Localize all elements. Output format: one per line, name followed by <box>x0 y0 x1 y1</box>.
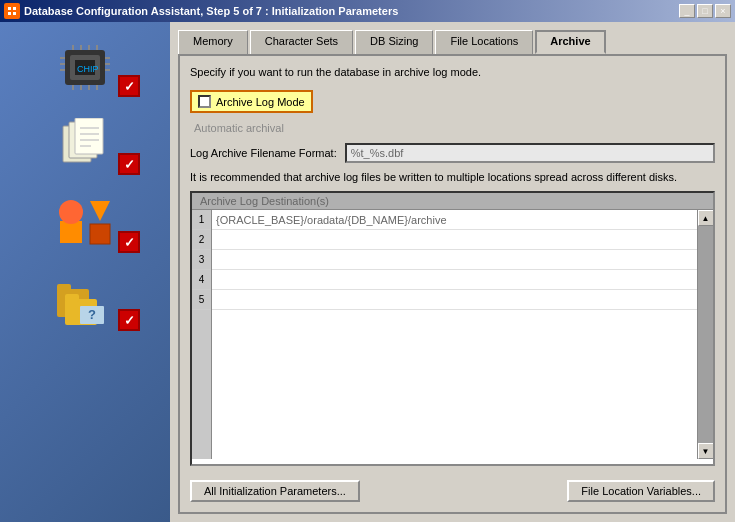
table-row-2[interactable] <box>212 230 697 250</box>
check-badge-4: ✓ <box>118 309 140 331</box>
window-title: Database Configuration Assistant, Step 5… <box>24 5 679 17</box>
bottom-row: All Initialization Parameters... File Lo… <box>190 480 715 502</box>
archive-panel: Specify if you want to run the database … <box>178 54 727 514</box>
format-row: Log Archive Filename Format: <box>190 143 715 163</box>
svg-rect-25 <box>75 118 103 154</box>
row-num-1: 1 <box>192 210 211 230</box>
scroll-down-button[interactable]: ▼ <box>698 443 714 459</box>
svg-point-32 <box>59 200 83 224</box>
app-icon <box>4 3 20 19</box>
archive-destination-table: Archive Log Destination(s) 1 2 3 4 5 {OR… <box>190 191 715 466</box>
sidebar-item-1: CHIP ✓ <box>20 32 150 102</box>
check-badge-1: ✓ <box>118 75 140 97</box>
all-init-params-button[interactable]: All Initialization Parameters... <box>190 480 360 502</box>
scroll-track[interactable] <box>698 226 713 443</box>
automatic-archival-label: Automatic archival <box>194 122 284 134</box>
format-input[interactable] <box>345 143 715 163</box>
check-badge-2: ✓ <box>118 153 140 175</box>
archive-log-mode-checkbox[interactable] <box>198 95 211 108</box>
svg-rect-37 <box>65 294 79 302</box>
check-badge-3: ✓ <box>118 231 140 253</box>
file-location-vars-button[interactable]: File Location Variables... <box>567 480 715 502</box>
tabs-container: Memory Character Sets DB Sizing File Loc… <box>178 30 727 54</box>
svg-rect-3 <box>8 12 11 15</box>
tab-db-sizing[interactable]: DB Sizing <box>355 30 433 54</box>
sidebar-item-3: ✓ <box>20 188 150 258</box>
svg-rect-4 <box>13 12 16 15</box>
maximize-button[interactable]: □ <box>697 4 713 18</box>
sidebar-item-2: ✓ <box>20 110 150 180</box>
table-scrollbar[interactable]: ▲ ▼ <box>697 210 713 459</box>
table-header: Archive Log Destination(s) <box>192 193 713 210</box>
row-numbers: 1 2 3 4 5 <box>192 210 212 459</box>
row-num-2: 2 <box>192 230 211 250</box>
archive-mode-label: Archive Log Mode <box>216 96 305 108</box>
svg-rect-2 <box>13 7 16 10</box>
table-row-5[interactable] <box>212 290 697 310</box>
tab-file-locations[interactable]: File Locations <box>435 30 533 54</box>
table-row-1[interactable]: {ORACLE_BASE}/oradata/{DB_NAME}/archive <box>212 210 697 230</box>
row-num-5: 5 <box>192 290 211 310</box>
automatic-archival-row: Automatic archival <box>190 121 715 135</box>
row-num-3: 3 <box>192 250 211 270</box>
title-bar: Database Configuration Assistant, Step 5… <box>0 0 735 22</box>
window-controls[interactable]: _ □ × <box>679 4 731 18</box>
close-button[interactable]: × <box>715 4 731 18</box>
content-area: Memory Character Sets DB Sizing File Loc… <box>170 22 735 522</box>
svg-rect-1 <box>8 7 11 10</box>
tab-memory[interactable]: Memory <box>178 30 248 54</box>
row-num-4: 4 <box>192 270 211 290</box>
svg-rect-0 <box>6 5 18 17</box>
svg-rect-35 <box>57 284 71 292</box>
sidebar-item-4: ? ✓ <box>20 266 150 336</box>
svg-text:CHIP: CHIP <box>77 64 99 74</box>
recommend-text: It is recommended that archive log files… <box>190 171 715 183</box>
minimize-button[interactable]: _ <box>679 4 695 18</box>
scroll-up-button[interactable]: ▲ <box>698 210 714 226</box>
svg-marker-31 <box>90 201 110 221</box>
archive-mode-row: Archive Log Mode <box>190 90 313 113</box>
sidebar: CHIP ✓ ✓ ✓ <box>0 22 170 522</box>
table-data[interactable]: {ORACLE_BASE}/oradata/{DB_NAME}/archive <box>212 210 697 459</box>
tab-archive[interactable]: Archive <box>535 30 605 54</box>
svg-text:?: ? <box>88 307 96 322</box>
table-body: 1 2 3 4 5 {ORACLE_BASE}/oradata/{DB_NAME… <box>192 210 713 459</box>
table-row-4[interactable] <box>212 270 697 290</box>
tab-character-sets[interactable]: Character Sets <box>250 30 353 54</box>
format-label: Log Archive Filename Format: <box>190 147 337 159</box>
svg-rect-30 <box>60 221 82 243</box>
description-text: Specify if you want to run the database … <box>190 66 715 78</box>
svg-rect-33 <box>90 224 110 244</box>
table-row-3[interactable] <box>212 250 697 270</box>
main-container: CHIP ✓ ✓ ✓ <box>0 22 735 522</box>
